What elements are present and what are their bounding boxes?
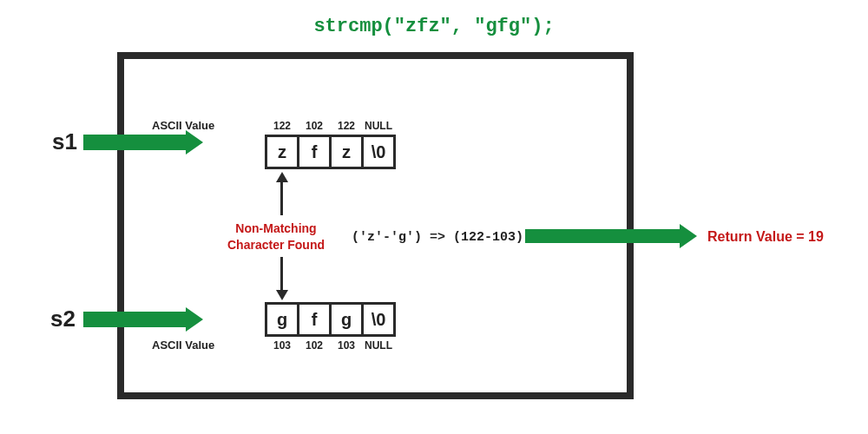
s2-char-1: f: [312, 310, 318, 330]
s2-char-2: g: [341, 310, 352, 330]
nonmatch-line2: Character Found: [227, 237, 325, 253]
s1-char-0: z: [278, 142, 286, 162]
arrow-output: [525, 229, 681, 243]
s2-ascii-3: NULL: [361, 339, 396, 352]
s2-ascii-2: 103: [329, 339, 364, 352]
s1-ascii-2: 122: [329, 120, 364, 132]
nonmatch-text: Non-Matching Character Found: [227, 220, 325, 253]
s2-char-3: \0: [372, 310, 386, 330]
s1-ascii-1: 102: [297, 120, 332, 132]
s2-label: s2: [50, 306, 76, 332]
s1-cell-1: f 102: [297, 135, 332, 169]
s1-label: s1: [52, 128, 77, 155]
s2-ascii-0: 103: [265, 339, 299, 352]
s1-char-2: z: [342, 142, 351, 162]
arrow-down-icon: [280, 257, 283, 292]
s1-ascii-label: ASCII Value: [152, 119, 214, 132]
s1-char-1: f: [312, 142, 318, 162]
s2-ascii-label: ASCII Value: [152, 339, 214, 352]
s2-cell-2: g 103: [329, 302, 364, 337]
calc-text: ('z'-'g') => (122-103): [352, 230, 523, 245]
nonmatch-line1: Non-Matching: [227, 220, 325, 237]
s2-row: g 103 f 102 g 103 \0 NULL: [265, 302, 396, 337]
s1-row: z 122 f 102 z 122 \0 NULL: [265, 135, 396, 169]
return-text: Return Value = 19: [707, 229, 824, 245]
s1-ascii-3: NULL: [361, 120, 396, 132]
s2-cell-1: f 102: [297, 302, 332, 337]
s2-cell-3: \0 NULL: [361, 302, 396, 337]
s1-cell-0: z 122: [265, 135, 299, 169]
s2-ascii-1: 102: [297, 339, 332, 352]
s2-char-0: g: [277, 310, 287, 330]
s1-ascii-0: 122: [265, 120, 299, 132]
arrow-s2-in: [83, 312, 187, 327]
s2-cell-0: g 103: [265, 302, 299, 337]
s1-cell-2: z 122: [329, 135, 364, 169]
arrow-s1-in: [83, 135, 187, 150]
s1-cell-3: \0 NULL: [361, 135, 396, 169]
diagram-title: strcmp("zfz", "gfg");: [0, 16, 868, 37]
arrow-up-icon: [280, 181, 283, 215]
s1-char-3: \0: [372, 142, 386, 162]
